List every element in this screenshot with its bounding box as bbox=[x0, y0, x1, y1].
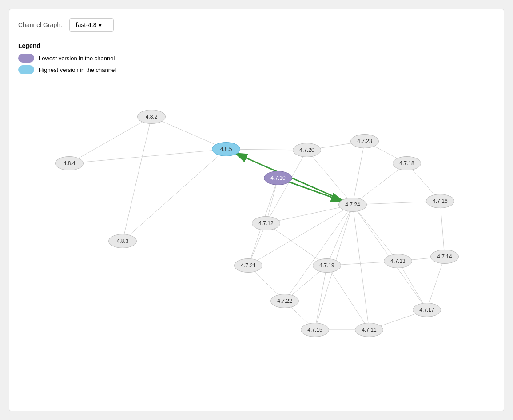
svg-line-3 bbox=[69, 149, 226, 163]
svg-line-16 bbox=[353, 205, 398, 261]
legend-item-highest: Highest version in the channel bbox=[18, 65, 495, 74]
svg-line-4 bbox=[123, 149, 226, 241]
graph-node-4.8.5[interactable]: 4.8.5 bbox=[212, 142, 240, 156]
graph-svg bbox=[18, 81, 495, 392]
legend: Legend Lowest version in the channel Hig… bbox=[18, 42, 495, 74]
svg-line-13 bbox=[440, 201, 445, 257]
graph-node-4.7.20[interactable]: 4.7.20 bbox=[293, 143, 321, 157]
channel-dropdown-value: fast-4.8 bbox=[76, 21, 97, 28]
legend-item-lowest: Lowest version in the channel bbox=[18, 54, 495, 63]
svg-line-15 bbox=[427, 257, 445, 310]
main-container: Channel Graph: fast-4.8 ▾ Legend Lowest … bbox=[9, 9, 504, 411]
graph-node-4.7.14[interactable]: 4.7.14 bbox=[430, 250, 459, 264]
graph-node-4.8.3[interactable]: 4.8.3 bbox=[108, 234, 137, 248]
graph-node-4.7.16[interactable]: 4.7.16 bbox=[426, 194, 454, 208]
svg-line-2 bbox=[123, 117, 151, 241]
svg-line-19 bbox=[327, 205, 353, 265]
channel-dropdown[interactable]: fast-4.8 ▾ bbox=[69, 18, 114, 32]
graph-node-4.7.21[interactable]: 4.7.21 bbox=[234, 258, 262, 273]
graph-node-4.7.11[interactable]: 4.7.11 bbox=[355, 323, 383, 337]
graph-node-4.7.17[interactable]: 4.7.17 bbox=[413, 303, 441, 317]
graph-node-4.7.19[interactable]: 4.7.19 bbox=[313, 258, 341, 273]
legend-swatch-purple bbox=[18, 54, 34, 63]
graph-node-4.7.22[interactable]: 4.7.22 bbox=[270, 294, 299, 308]
graph-node-4.7.15[interactable]: 4.7.15 bbox=[301, 323, 329, 337]
svg-line-9 bbox=[353, 141, 365, 205]
legend-swatch-blue bbox=[18, 65, 34, 74]
graph-node-4.7.18[interactable]: 4.7.18 bbox=[393, 156, 421, 170]
graph-area: 4.8.24.8.44.8.34.8.54.7.104.7.244.7.204.… bbox=[18, 81, 495, 392]
svg-line-21 bbox=[315, 265, 327, 330]
legend-highest-label: Highest version in the channel bbox=[39, 67, 116, 73]
graph-node-4.7.10[interactable]: 4.7.10 bbox=[264, 171, 292, 185]
chevron-down-icon: ▾ bbox=[99, 21, 102, 28]
svg-line-22 bbox=[327, 265, 369, 330]
graph-node-4.7.13[interactable]: 4.7.13 bbox=[384, 254, 412, 268]
graph-node-4.8.4[interactable]: 4.8.4 bbox=[55, 156, 84, 170]
legend-title: Legend bbox=[18, 42, 495, 49]
header-row: Channel Graph: fast-4.8 ▾ bbox=[18, 18, 495, 32]
graph-node-4.8.2[interactable]: 4.8.2 bbox=[137, 110, 166, 124]
svg-line-37 bbox=[353, 205, 369, 330]
graph-node-4.7.24[interactable]: 4.7.24 bbox=[338, 198, 367, 212]
channel-graph-label: Channel Graph: bbox=[18, 21, 62, 28]
graph-node-4.7.23[interactable]: 4.7.23 bbox=[350, 134, 379, 148]
legend-lowest-label: Lowest version in the channel bbox=[39, 55, 115, 62]
graph-node-4.7.12[interactable]: 4.7.12 bbox=[252, 216, 280, 230]
svg-line-29 bbox=[285, 205, 353, 301]
